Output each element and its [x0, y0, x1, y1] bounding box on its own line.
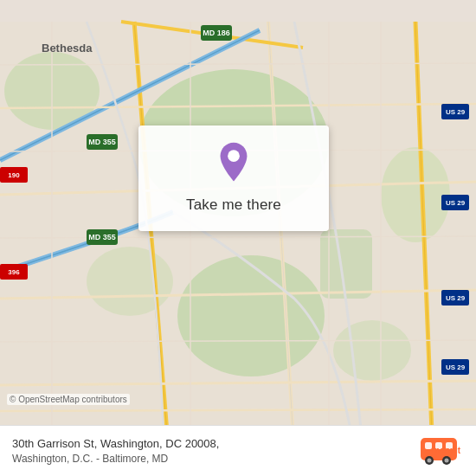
moovit-logo: moovit — [419, 434, 464, 467]
svg-point-6 — [87, 247, 173, 316]
overlay-panel: Take me there — [138, 125, 329, 231]
svg-point-4 — [381, 147, 450, 242]
svg-point-47 — [228, 150, 240, 162]
svg-point-55 — [445, 459, 449, 463]
svg-text:396: 396 — [8, 268, 20, 276]
svg-text:190: 190 — [8, 171, 20, 179]
address-line2: Washington, D.C. - Baltimore, MD — [12, 452, 410, 466]
svg-rect-49 — [425, 442, 432, 449]
svg-rect-5 — [320, 229, 372, 299]
svg-point-53 — [428, 459, 432, 463]
osm-credit: © OpenStreetMap contributors — [7, 394, 130, 405]
svg-point-2 — [177, 255, 325, 376]
svg-text:moovit: moovit — [432, 446, 460, 455]
svg-text:US 29: US 29 — [446, 108, 466, 116]
address-line1: 30th Garrison St, Washington, DC 20008, — [12, 436, 410, 452]
svg-text:US 29: US 29 — [446, 363, 466, 371]
svg-point-7 — [333, 320, 411, 381]
svg-text:US 29: US 29 — [446, 199, 466, 207]
svg-text:MD 355: MD 355 — [88, 233, 116, 241]
svg-text:US 29: US 29 — [446, 294, 466, 302]
svg-text:Bethesda: Bethesda — [42, 42, 93, 55]
map-container: MD 186 MD 355 MD 355 US 29 US 29 US 29 U… — [0, 0, 476, 476]
moovit-bus-icon: moovit — [419, 434, 464, 467]
take-me-there-button[interactable]: Take me there — [179, 193, 288, 217]
svg-text:MD 355: MD 355 — [88, 138, 116, 146]
bottom-bar: 30th Garrison St, Washington, DC 20008, … — [0, 425, 476, 476]
location-pin-icon — [213, 141, 254, 183]
svg-text:MD 186: MD 186 — [203, 29, 230, 37]
address-text: 30th Garrison St, Washington, DC 20008, … — [12, 436, 410, 466]
